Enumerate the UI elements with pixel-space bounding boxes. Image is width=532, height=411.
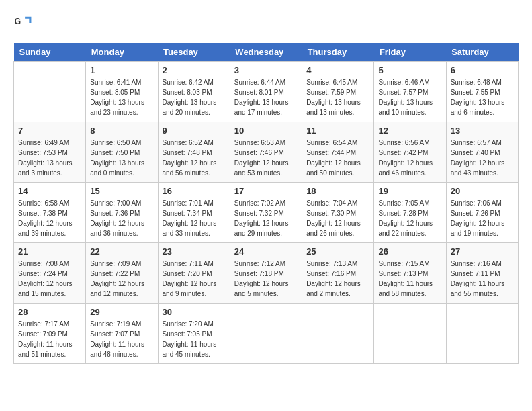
day-number: 2 [163, 65, 226, 75]
calendar-cell [446, 304, 518, 364]
day-number: 26 [378, 246, 441, 257]
calendar-cell: 13Sunrise: 6:57 AM Sunset: 7:40 PM Dayli… [446, 122, 518, 183]
day-number: 23 [163, 246, 226, 257]
calendar-week-2: 7Sunrise: 6:49 AM Sunset: 7:53 PM Daylig… [14, 122, 519, 183]
col-header-tuesday: Tuesday [158, 43, 230, 62]
calendar-cell: 27Sunrise: 7:16 AM Sunset: 7:11 PM Dayli… [446, 243, 518, 304]
col-header-thursday: Thursday [302, 43, 374, 62]
day-number: 21 [18, 246, 81, 257]
calendar-cell: 9Sunrise: 6:52 AM Sunset: 7:48 PM Daylig… [158, 122, 230, 183]
day-number: 19 [378, 186, 441, 196]
calendar-cell: 6Sunrise: 6:48 AM Sunset: 7:55 PM Daylig… [446, 62, 518, 122]
day-info: Sunrise: 7:08 AM Sunset: 7:24 PM Dayligh… [18, 259, 81, 299]
day-info: Sunrise: 6:45 AM Sunset: 7:59 PM Dayligh… [306, 77, 369, 118]
day-number: 8 [90, 126, 153, 136]
calendar-cell: 28Sunrise: 7:17 AM Sunset: 7:09 PM Dayli… [14, 304, 86, 364]
calendar-cell [302, 304, 374, 364]
day-info: Sunrise: 7:02 AM Sunset: 7:32 PM Dayligh… [234, 198, 298, 238]
col-header-sunday: Sunday [14, 43, 86, 62]
day-number: 7 [18, 126, 81, 136]
calendar-cell: 8Sunrise: 6:50 AM Sunset: 7:50 PM Daylig… [86, 122, 158, 183]
day-info: Sunrise: 7:16 AM Sunset: 7:11 PM Dayligh… [451, 259, 514, 299]
calendar-cell: 16Sunrise: 7:01 AM Sunset: 7:34 PM Dayli… [158, 183, 230, 243]
calendar-cell: 14Sunrise: 6:58 AM Sunset: 7:38 PM Dayli… [14, 183, 86, 243]
calendar-cell [374, 304, 446, 364]
day-number: 11 [306, 126, 369, 136]
day-number: 24 [234, 246, 298, 257]
day-number: 6 [451, 65, 514, 75]
day-number: 25 [306, 246, 369, 257]
day-number: 1 [90, 65, 153, 75]
day-number: 15 [90, 186, 153, 196]
day-info: Sunrise: 6:41 AM Sunset: 8:05 PM Dayligh… [90, 77, 153, 118]
day-info: Sunrise: 6:50 AM Sunset: 7:50 PM Dayligh… [90, 138, 153, 178]
day-info: Sunrise: 6:46 AM Sunset: 7:57 PM Dayligh… [378, 77, 441, 118]
calendar-week-4: 21Sunrise: 7:08 AM Sunset: 7:24 PM Dayli… [14, 243, 519, 304]
day-info: Sunrise: 6:44 AM Sunset: 8:01 PM Dayligh… [234, 77, 298, 118]
day-number: 20 [451, 186, 514, 196]
day-info: Sunrise: 7:05 AM Sunset: 7:28 PM Dayligh… [378, 198, 441, 238]
calendar-cell: 22Sunrise: 7:09 AM Sunset: 7:22 PM Dayli… [86, 243, 158, 304]
calendar-cell: 25Sunrise: 7:13 AM Sunset: 7:16 PM Dayli… [302, 243, 374, 304]
calendar-cell: 24Sunrise: 7:12 AM Sunset: 7:18 PM Dayli… [230, 243, 302, 304]
day-number: 17 [234, 186, 298, 196]
day-number: 22 [90, 246, 153, 257]
calendar-cell: 29Sunrise: 7:19 AM Sunset: 7:07 PM Dayli… [86, 304, 158, 364]
day-info: Sunrise: 7:19 AM Sunset: 7:07 PM Dayligh… [90, 319, 153, 359]
calendar-cell: 11Sunrise: 6:54 AM Sunset: 7:44 PM Dayli… [302, 122, 374, 183]
calendar-week-1: 1Sunrise: 6:41 AM Sunset: 8:05 PM Daylig… [14, 62, 519, 122]
day-number: 5 [378, 65, 441, 75]
day-number: 14 [18, 186, 81, 196]
calendar-cell: 7Sunrise: 6:49 AM Sunset: 7:53 PM Daylig… [14, 122, 86, 183]
day-info: Sunrise: 7:09 AM Sunset: 7:22 PM Dayligh… [90, 259, 153, 299]
day-info: Sunrise: 6:57 AM Sunset: 7:40 PM Dayligh… [451, 138, 514, 178]
calendar-cell: 12Sunrise: 6:56 AM Sunset: 7:42 PM Dayli… [374, 122, 446, 183]
calendar-cell: 17Sunrise: 7:02 AM Sunset: 7:32 PM Dayli… [230, 183, 302, 243]
day-number: 28 [18, 307, 81, 317]
calendar-cell: 20Sunrise: 7:06 AM Sunset: 7:26 PM Dayli… [446, 183, 518, 243]
day-number: 13 [451, 126, 514, 136]
calendar-week-3: 14Sunrise: 6:58 AM Sunset: 7:38 PM Dayli… [14, 183, 519, 243]
calendar-cell: 3Sunrise: 6:44 AM Sunset: 8:01 PM Daylig… [230, 62, 302, 122]
calendar-cell: 15Sunrise: 7:00 AM Sunset: 7:36 PM Dayli… [86, 183, 158, 243]
day-number: 9 [163, 126, 226, 136]
calendar-cell [230, 304, 302, 364]
day-number: 27 [451, 246, 514, 257]
day-info: Sunrise: 6:53 AM Sunset: 7:46 PM Dayligh… [234, 138, 298, 178]
col-header-saturday: Saturday [446, 43, 518, 62]
day-info: Sunrise: 6:42 AM Sunset: 8:03 PM Dayligh… [163, 77, 226, 118]
calendar-cell: 5Sunrise: 6:46 AM Sunset: 7:57 PM Daylig… [374, 62, 446, 122]
day-number: 16 [163, 186, 226, 196]
day-info: Sunrise: 7:04 AM Sunset: 7:30 PM Dayligh… [306, 198, 369, 238]
col-header-monday: Monday [86, 43, 158, 62]
day-info: Sunrise: 7:15 AM Sunset: 7:13 PM Dayligh… [378, 259, 441, 299]
calendar-table: SundayMondayTuesdayWednesdayThursdayFrid… [13, 43, 519, 364]
calendar-header-row: SundayMondayTuesdayWednesdayThursdayFrid… [14, 43, 519, 62]
day-info: Sunrise: 6:56 AM Sunset: 7:42 PM Dayligh… [378, 138, 441, 178]
day-number: 4 [306, 65, 369, 75]
day-number: 29 [90, 307, 153, 317]
logo-icon: G [13, 13, 32, 32]
day-number: 18 [306, 186, 369, 196]
calendar-cell: 23Sunrise: 7:11 AM Sunset: 7:20 PM Dayli… [158, 243, 230, 304]
day-info: Sunrise: 7:06 AM Sunset: 7:26 PM Dayligh… [451, 198, 514, 238]
day-number: 12 [378, 126, 441, 136]
col-header-friday: Friday [374, 43, 446, 62]
calendar-cell: 1Sunrise: 6:41 AM Sunset: 8:05 PM Daylig… [86, 62, 158, 122]
day-info: Sunrise: 6:48 AM Sunset: 7:55 PM Dayligh… [451, 77, 514, 118]
day-number: 3 [234, 65, 298, 75]
day-info: Sunrise: 7:01 AM Sunset: 7:34 PM Dayligh… [163, 198, 226, 238]
day-info: Sunrise: 7:11 AM Sunset: 7:20 PM Dayligh… [163, 259, 226, 299]
calendar-cell: 26Sunrise: 7:15 AM Sunset: 7:13 PM Dayli… [374, 243, 446, 304]
calendar-cell: 21Sunrise: 7:08 AM Sunset: 7:24 PM Dayli… [14, 243, 86, 304]
calendar-cell: 10Sunrise: 6:53 AM Sunset: 7:46 PM Dayli… [230, 122, 302, 183]
col-header-wednesday: Wednesday [230, 43, 302, 62]
day-number: 10 [234, 126, 298, 136]
calendar-cell: 30Sunrise: 7:20 AM Sunset: 7:05 PM Dayli… [158, 304, 230, 364]
day-info: Sunrise: 7:00 AM Sunset: 7:36 PM Dayligh… [90, 198, 153, 238]
calendar-cell: 2Sunrise: 6:42 AM Sunset: 8:03 PM Daylig… [158, 62, 230, 122]
day-info: Sunrise: 7:17 AM Sunset: 7:09 PM Dayligh… [18, 319, 81, 359]
logo: G [13, 13, 35, 32]
day-info: Sunrise: 7:12 AM Sunset: 7:18 PM Dayligh… [234, 259, 298, 299]
day-info: Sunrise: 6:54 AM Sunset: 7:44 PM Dayligh… [306, 138, 369, 178]
